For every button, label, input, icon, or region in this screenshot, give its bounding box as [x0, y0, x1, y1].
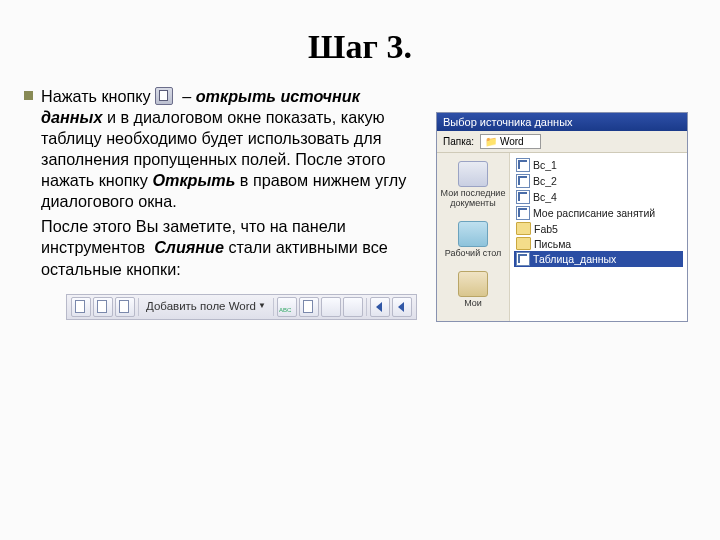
list-item[interactable]: Вс_2: [514, 173, 683, 189]
mydocs-icon: [458, 271, 488, 297]
toolbar-button-misc1-icon[interactable]: [321, 297, 341, 317]
list-item[interactable]: Вс_1: [514, 157, 683, 173]
slide-title: Шаг 3.: [0, 28, 720, 66]
toolbar-prev-record-icon[interactable]: [392, 297, 412, 317]
folder-dropdown[interactable]: 📁 Word: [480, 134, 541, 149]
dialog-preview: Выбор источника данных Папка: 📁 Word Мои…: [436, 112, 688, 322]
toolbar-add-word-field[interactable]: Добавить поле Word▼: [142, 299, 270, 314]
list-item[interactable]: Мое расписание занятий: [514, 205, 683, 221]
doc-icon: [516, 158, 530, 172]
dialog-folder-bar: Папка: 📁 Word: [437, 131, 687, 153]
doc-icon: [516, 174, 530, 188]
place-mydocs[interactable]: Мои: [437, 267, 509, 317]
toolbar-separator: [366, 298, 367, 316]
list-item-selected[interactable]: Таблица_данных: [514, 251, 683, 267]
dialog-titlebar: Выбор источника данных: [437, 113, 687, 131]
desktop-icon: [458, 221, 488, 247]
toolbar-button-abc-icon[interactable]: ABC: [277, 297, 297, 317]
list-item[interactable]: Письма: [514, 236, 683, 251]
folder-icon: [516, 237, 531, 250]
toolbar-button-doc1-icon[interactable]: [71, 297, 91, 317]
folder-icon: [516, 222, 531, 235]
file-dialog: Выбор источника данных Папка: 📁 Word Мои…: [436, 112, 688, 322]
place-recent[interactable]: Мои последние документы: [437, 157, 509, 217]
toolbar-button-doc3-icon[interactable]: [115, 297, 135, 317]
content-row: Нажать кнопку – открыть источник данных …: [0, 86, 720, 322]
recent-docs-icon: [458, 161, 488, 187]
places-bar: Мои последние документы Рабочий стол Мои: [437, 153, 510, 321]
open-word: Открыть: [152, 171, 235, 189]
place-desktop[interactable]: Рабочий стол: [437, 217, 509, 267]
toolbar-first-record-icon[interactable]: [370, 297, 390, 317]
text-column: Нажать кнопку – открыть источник данных …: [24, 86, 424, 322]
toolbar-separator: [138, 298, 139, 316]
open-source-button-icon: [155, 87, 173, 105]
toolbar-button-doc4-icon[interactable]: [299, 297, 319, 317]
toolbar-separator: [273, 298, 274, 316]
doc-icon: [516, 206, 530, 220]
doc-icon: [516, 252, 530, 266]
merge-word: Слияние: [154, 238, 224, 256]
folder-label: Папка:: [443, 136, 474, 147]
chevron-down-icon: ▼: [258, 301, 266, 311]
list-item[interactable]: Fab5: [514, 221, 683, 236]
list-item[interactable]: Вс_4: [514, 189, 683, 205]
file-list[interactable]: Вс_1 Вс_2 Вс_4 Мое расписание занятий Fa…: [510, 153, 687, 321]
toolbar-button-doc2-icon[interactable]: [93, 297, 113, 317]
merge-toolbar: Добавить поле Word▼ ABC: [66, 294, 417, 320]
text-lead: Нажать кнопку: [41, 87, 151, 105]
toolbar-button-misc2-icon[interactable]: [343, 297, 363, 317]
doc-icon: [516, 190, 530, 204]
bullet-item: Нажать кнопку – открыть источник данных …: [24, 86, 424, 280]
bullet-square-icon: [24, 91, 33, 100]
